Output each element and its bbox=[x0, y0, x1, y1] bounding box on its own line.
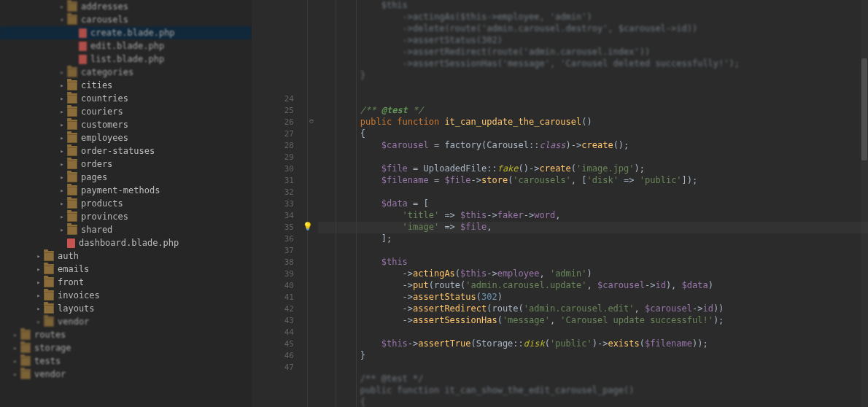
expand-arrow-icon[interactable]: ▸ bbox=[35, 276, 42, 289]
code-line[interactable]: $filename = $file->store('carousels', ['… bbox=[318, 175, 868, 187]
file-item[interactable]: list.blade.php bbox=[0, 53, 252, 66]
expand-arrow-icon[interactable]: ▸ bbox=[58, 223, 66, 236]
line-number: 32 bbox=[252, 187, 294, 198]
folder-icon bbox=[67, 146, 77, 156]
fold-icon[interactable]: ⊖ bbox=[309, 117, 314, 125]
expand-arrow-icon[interactable]: ▸ bbox=[58, 0, 66, 13]
folder-item[interactable]: ▸categories bbox=[0, 66, 252, 79]
code-line[interactable]: 'title' => $this->faker->word, bbox=[318, 210, 868, 222]
folder-item[interactable]: ▸auth bbox=[0, 249, 252, 263]
code-line[interactable]: $carousel = factory(Carousel::class)->cr… bbox=[318, 140, 868, 152]
line-number: 29 bbox=[252, 152, 294, 163]
code-line[interactable]: $data = [ bbox=[318, 198, 868, 210]
code-line[interactable]: 'image' => $file, bbox=[318, 222, 868, 233]
folder-item[interactable]: ▸order-statuses bbox=[0, 144, 252, 158]
code-area[interactable]: $this ->actingAs($this->employee, 'admin… bbox=[308, 0, 868, 407]
file-item[interactable]: create.blade.php bbox=[0, 26, 252, 39]
folder-item[interactable]: ▸storage bbox=[0, 341, 252, 354]
code-line[interactable]: } bbox=[318, 350, 868, 362]
folder-item[interactable]: ▸pages bbox=[0, 171, 252, 184]
code-line[interactable]: ->put(route('admin.carousel.update', $ca… bbox=[318, 280, 868, 292]
tree-label: order-statuses bbox=[81, 144, 155, 158]
editor-scrollbar[interactable] bbox=[861, 0, 868, 407]
expand-arrow-icon[interactable]: ▸ bbox=[35, 302, 42, 315]
expand-arrow-icon[interactable]: ▸ bbox=[58, 105, 66, 118]
folder-item[interactable]: ▸payment-methods bbox=[0, 184, 252, 197]
folder-item[interactable]: ▸orders bbox=[0, 158, 252, 171]
expand-arrow-icon[interactable]: ▸ bbox=[35, 289, 42, 302]
expand-arrow-icon[interactable]: ▸ bbox=[35, 315, 42, 328]
expand-arrow-icon[interactable]: ▸ bbox=[58, 184, 66, 197]
code-line[interactable] bbox=[318, 327, 868, 338]
folder-item[interactable]: ▸front bbox=[0, 276, 252, 289]
line-number: 33 bbox=[252, 198, 294, 210]
folder-item[interactable]: ▸shared bbox=[0, 223, 252, 236]
expand-arrow-icon[interactable]: ▸ bbox=[58, 118, 66, 131]
code-line[interactable] bbox=[318, 245, 868, 257]
folder-item[interactable]: ▸products bbox=[0, 197, 252, 210]
tree-label: cities bbox=[81, 79, 112, 92]
expand-arrow-icon[interactable]: ▸ bbox=[35, 249, 42, 263]
code-line[interactable]: /** @test */ bbox=[318, 105, 868, 117]
code-line[interactable]: { bbox=[318, 128, 868, 140]
folder-item[interactable]: ▸addresses bbox=[0, 0, 252, 13]
code-line[interactable] bbox=[318, 152, 868, 163]
code-line[interactable]: ->assertStatus(302) bbox=[318, 292, 868, 303]
tree-label: auth bbox=[58, 249, 79, 263]
file-tree[interactable]: ▸addresses▾carouselscreate.blade.phpedit… bbox=[0, 0, 252, 381]
expand-arrow-icon[interactable]: ▸ bbox=[58, 131, 66, 144]
code-line[interactable]: public function it_can_update_the_carous… bbox=[318, 117, 868, 128]
folder-icon bbox=[44, 264, 54, 274]
folder-item[interactable]: ▸provinces bbox=[0, 210, 252, 223]
line-number: 27 bbox=[252, 128, 294, 140]
expand-arrow-icon[interactable]: ▸ bbox=[58, 197, 66, 210]
expand-arrow-icon[interactable]: ▸ bbox=[58, 158, 66, 171]
folder-item[interactable]: ▾carousels bbox=[0, 13, 252, 26]
code-line[interactable] bbox=[318, 362, 868, 373]
folder-item[interactable]: ▸countries bbox=[0, 92, 252, 105]
expand-arrow-icon[interactable]: ▸ bbox=[12, 368, 19, 381]
expand-arrow-icon[interactable]: ▸ bbox=[58, 144, 66, 158]
tree-label: categories bbox=[81, 66, 133, 79]
code-line[interactable] bbox=[318, 93, 868, 105]
line-number: 46 bbox=[252, 350, 294, 362]
file-item[interactable]: edit.blade.php bbox=[0, 39, 252, 53]
folder-item[interactable]: ▸couriers bbox=[0, 105, 252, 118]
expand-arrow-icon[interactable]: ▸ bbox=[58, 92, 66, 105]
expand-arrow-icon[interactable]: ▸ bbox=[58, 171, 66, 184]
code-line[interactable] bbox=[318, 187, 868, 198]
expand-arrow-icon[interactable]: ▸ bbox=[12, 354, 19, 368]
folder-item[interactable]: ▸tests bbox=[0, 354, 252, 368]
folder-item[interactable]: ▸invoices bbox=[0, 289, 252, 302]
expand-arrow-icon[interactable]: ▸ bbox=[12, 341, 19, 354]
code-line[interactable]: ]; bbox=[318, 233, 868, 245]
code-line[interactable]: $this bbox=[318, 257, 868, 268]
folder-item[interactable]: ▸customers bbox=[0, 118, 252, 131]
folder-icon bbox=[20, 369, 31, 379]
expand-arrow-icon[interactable]: ▸ bbox=[58, 210, 66, 223]
folder-item[interactable]: ▸routes bbox=[0, 328, 252, 341]
folder-item[interactable]: ▸employees bbox=[0, 131, 252, 144]
expand-arrow-icon[interactable]: ▸ bbox=[12, 328, 19, 341]
expand-arrow-icon[interactable]: ▸ bbox=[35, 263, 42, 276]
folder-item[interactable]: ▸vendor bbox=[0, 315, 252, 328]
code-line[interactable]: ->assertRedirect(route('admin.carousel.e… bbox=[318, 303, 868, 315]
folder-item[interactable]: ▸vendor bbox=[0, 368, 252, 381]
folder-icon bbox=[67, 198, 77, 209]
code-line[interactable]: $this->assertTrue(Storage::disk('public'… bbox=[318, 338, 868, 350]
code-line[interactable]: $file = UploadedFile::fake()->create('im… bbox=[318, 163, 868, 175]
folder-item[interactable]: ▸emails bbox=[0, 263, 252, 276]
file-item[interactable]: dashboard.blade.php bbox=[0, 236, 252, 249]
expand-arrow-icon[interactable]: ▸ bbox=[58, 79, 66, 92]
expand-arrow-icon[interactable]: ▸ bbox=[58, 66, 66, 79]
project-sidebar[interactable]: ▸addresses▾carouselscreate.blade.phpedit… bbox=[0, 0, 252, 407]
editor[interactable]: 242526272829303132333435💡363738394041424… bbox=[252, 0, 868, 407]
line-number: 25 bbox=[252, 105, 294, 117]
scrollbar-thumb[interactable] bbox=[861, 58, 867, 160]
expand-arrow-icon[interactable]: ▾ bbox=[58, 13, 66, 26]
folder-item[interactable]: ▸cities bbox=[0, 79, 252, 92]
code-line[interactable]: ->actingAs($this->employee, 'admin') bbox=[318, 268, 868, 280]
line-number: 34 bbox=[252, 210, 294, 222]
code-line[interactable]: ->assertSessionHas('message', 'Carousel … bbox=[318, 315, 868, 327]
folder-item[interactable]: ▸layouts bbox=[0, 302, 252, 315]
